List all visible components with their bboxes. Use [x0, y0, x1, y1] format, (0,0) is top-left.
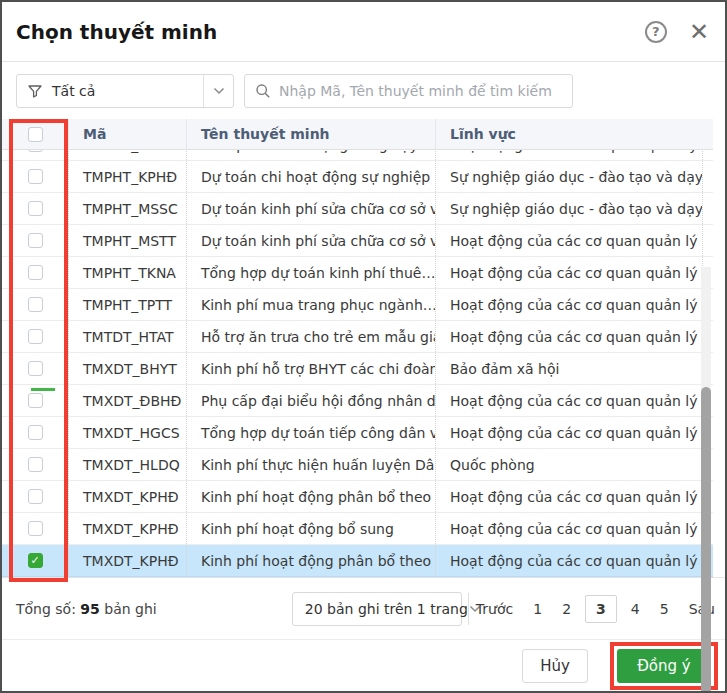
column-header-code[interactable]: Mã: [68, 119, 186, 149]
cell-code: TMPHT_MSSC: [68, 193, 186, 224]
row-checkbox[interactable]: [28, 233, 43, 248]
cell-name: Kinh phí hoạt động phân bổ theo bi…: [186, 481, 435, 512]
cell-field: Hoạt động của các cơ quan quản lý nh…: [435, 513, 703, 544]
page-title: Chọn thuyết minh: [16, 20, 645, 44]
filter-selected-value: Tất cả: [43, 83, 203, 99]
row-checkbox[interactable]: [28, 150, 43, 152]
cell-name: Kinh phí mua trang phục ngành…: [186, 289, 435, 320]
search-box: [244, 74, 573, 108]
pagination: Trước 1 2 3 4 5 Sau: [476, 595, 715, 623]
dialog-header: Chọn thuyết minh ? ✕: [2, 2, 725, 62]
table-row-partial[interactable]: TMPHT_KPĐT Kinh phí cho sử dụng năng dạy…: [2, 150, 713, 161]
cell-name: Tổng hợp dự toán kinh phí thuê…: [186, 257, 435, 288]
cell-code: TMTDT_HTAT: [68, 321, 186, 352]
row-checkbox[interactable]: [28, 521, 43, 536]
table-row[interactable]: TMXDT_HLDQ Kinh phí thực hiện huấn luyện…: [2, 449, 713, 481]
cell-code: TMXDT_KPHĐ: [68, 513, 186, 544]
cell-code: TMXDT_KPHĐ: [68, 545, 186, 576]
row-checkbox[interactable]: [28, 361, 43, 376]
search-input[interactable]: [279, 83, 562, 99]
chevron-down-icon: [203, 75, 233, 107]
cell-field: Sự nghiệp giáo dục - đào tạo và dạy…: [435, 193, 703, 224]
close-icon[interactable]: ✕: [689, 20, 709, 44]
pagination-prev[interactable]: Trước: [476, 601, 513, 617]
green-mark-artifact: [31, 388, 55, 391]
cell-code: TMXDT_KPHĐ: [68, 481, 186, 512]
cell-field: Hoạt động của các cơ quan quản lý nh…: [435, 385, 703, 416]
pagination-page-1[interactable]: 1: [533, 601, 542, 617]
table-row[interactable]: TMTDT_HTAT Hỗ trợ ăn trưa cho trẻ em mẫu…: [2, 321, 713, 353]
row-checkbox[interactable]: [28, 425, 43, 440]
cell-name: Phụ cấp đại biểu hội đồng nhân dân…: [186, 385, 435, 416]
explanation-table: Mã Tên thuyết minh Lĩnh vực TMPHT_KPĐT K…: [2, 119, 713, 577]
cell-field: Quốc phòng: [435, 449, 703, 480]
cell-field: Hoạt động của các cơ quan quản lý nh…: [435, 289, 703, 320]
table-row[interactable]: TMXDT_HGCS Tổng hợp dự toán tiếp công dâ…: [2, 417, 713, 449]
table-row[interactable]: TMXDT_KPHĐ Kinh phí hoạt động phân bổ th…: [2, 481, 713, 513]
page-size-dropdown[interactable]: 20 bản ghi trên 1 trang: [292, 592, 462, 626]
pagination-page-2[interactable]: 2: [562, 601, 571, 617]
cell-name: Kinh phí hoạt động phân bổ theo dâ…: [186, 545, 435, 576]
cell-field: Hoạt động của các cơ quan quản lý nh…: [435, 481, 703, 512]
select-explanation-dialog: Chọn thuyết minh ? ✕ Tất cả Mã T: [0, 0, 727, 693]
table-row[interactable]: TMPHT_MSTT Dự toán kinh phí sửa chữa cơ …: [2, 225, 713, 257]
pagination-page-4[interactable]: 4: [631, 601, 640, 617]
column-header-field[interactable]: Lĩnh vực: [435, 119, 703, 149]
filter-dropdown[interactable]: Tất cả: [16, 74, 234, 108]
pagination-page-3-active[interactable]: 3: [585, 595, 617, 623]
select-all-checkbox[interactable]: [28, 127, 43, 142]
cell-name: Dự toán kinh phí sửa chữa cơ sở vậ…: [186, 225, 435, 256]
pagination-bar: Tổng số: 95 bản ghi 20 bản ghi trên 1 tr…: [2, 577, 725, 639]
page-size-value: 20 bản ghi trên 1 trang: [293, 601, 468, 617]
table-row[interactable]: TMPHT_MSSC Dự toán kinh phí sửa chữa cơ …: [2, 193, 713, 225]
row-checkbox[interactable]: [28, 457, 43, 472]
table-row[interactable]: TMPHT_KPHĐ Dự toán chi hoạt động sự nghi…: [2, 161, 713, 193]
search-icon: [255, 83, 271, 99]
total-records: Tổng số: 95 bản ghi: [16, 601, 292, 617]
row-checkbox-checked[interactable]: ✓: [28, 553, 43, 568]
scrollbar-thumb[interactable]: [701, 387, 711, 693]
row-checkbox[interactable]: [28, 297, 43, 312]
cell-name: Hỗ trợ ăn trưa cho trẻ em mẫu giáo: [186, 321, 435, 352]
row-checkbox[interactable]: [28, 265, 43, 280]
table-row[interactable]: TMPHT_TKNA Tổng hợp dự toán kinh phí thu…: [2, 257, 713, 289]
cell-code: TMPHT_TKNA: [68, 257, 186, 288]
funnel-icon: [27, 83, 43, 99]
row-checkbox[interactable]: [28, 329, 43, 344]
cell-name: Kinh phí hoạt động bổ sung: [186, 513, 435, 544]
column-header-name[interactable]: Tên thuyết minh: [186, 119, 435, 149]
cell-name: Dự toán kinh phí sửa chữa cơ sở vậ…: [186, 193, 435, 224]
table-row[interactable]: TMXDT_KPHĐ Kinh phí hoạt động bổ sung Ho…: [2, 513, 713, 545]
toolbar: Tất cả: [2, 62, 725, 119]
cell-name: Dự toán chi hoạt động sự nghiệp đ…: [186, 161, 435, 192]
cancel-button[interactable]: Hủy: [522, 649, 588, 683]
cell-code: TMXDT_HLDQ: [68, 449, 186, 480]
table-row[interactable]: TMXDT_ĐBHĐ Phụ cấp đại biểu hội đồng nhâ…: [2, 385, 713, 417]
row-checkbox[interactable]: [28, 393, 43, 408]
cell-code: TMXDT_ĐBHĐ: [68, 385, 186, 416]
cell-field: Hoạt động của các cơ quan quản lý nh…: [435, 257, 703, 288]
help-icon[interactable]: ?: [645, 21, 667, 43]
cell-code: TMPHT_MSTT: [68, 225, 186, 256]
cell-field: Bảo đảm xã hội: [435, 353, 703, 384]
row-checkbox[interactable]: [28, 169, 43, 184]
cell-name: Kinh phí hỗ trợ BHYT các chi đoàn,…: [186, 353, 435, 384]
table-row[interactable]: TMPHT_TPTT Kinh phí mua trang phục ngành…: [2, 289, 713, 321]
cell-name: Tổng hợp dự toán tiếp công dân và…: [186, 417, 435, 448]
cell-field: Hoạt động của các cơ quan quản lý nh…: [435, 321, 703, 352]
cell-field: Hoạt động của các cơ quan quản lý nh…: [435, 225, 703, 256]
row-checkbox[interactable]: [28, 489, 43, 504]
table-scrollbar[interactable]: [701, 267, 711, 693]
row-checkbox[interactable]: [28, 201, 43, 216]
cell-code: TMPHT_TPTT: [68, 289, 186, 320]
table-row-selected[interactable]: ✓ TMXDT_KPHĐ Kinh phí hoạt động phân bổ …: [2, 545, 713, 577]
pagination-page-5[interactable]: 5: [660, 601, 669, 617]
cell-code: TMXDT_HGCS: [68, 417, 186, 448]
cell-code: TMPHT_KPHĐ: [68, 161, 186, 192]
ok-button[interactable]: Đồng ý: [617, 649, 711, 683]
table-header-row: Mã Tên thuyết minh Lĩnh vực: [2, 119, 713, 150]
table-row[interactable]: TMXDT_BHYT Kinh phí hỗ trợ BHYT các chi …: [2, 353, 713, 385]
cell-field: Sự nghiệp giáo dục - đào tạo và dạy…: [435, 161, 703, 192]
dialog-footer: Hủy Đồng ý: [2, 639, 725, 691]
cell-field: Hoạt động của các cơ quan quản lý nh…: [435, 417, 703, 448]
